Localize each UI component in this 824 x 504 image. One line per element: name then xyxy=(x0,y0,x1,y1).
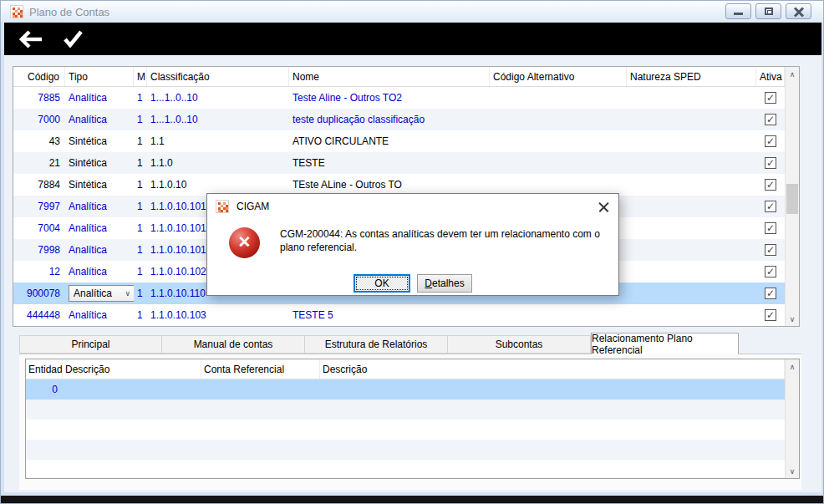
checkmark-icon: ✓ xyxy=(766,201,775,211)
cell-codigo: 21 xyxy=(13,157,65,169)
table-row[interactable]: 43Sintética11.1ATIVO CIRCULANTE✓ xyxy=(13,130,785,152)
cigam-dialog-icon xyxy=(216,200,229,213)
ativa-checkbox[interactable]: ✓ xyxy=(765,114,776,125)
bottom-black-strip xyxy=(1,496,823,504)
empty-row[interactable] xyxy=(26,420,785,440)
cell-tipo: Analítica∨ xyxy=(65,285,134,302)
table-row[interactable]: 7885Analítica11...1..0..10Teste Aline - … xyxy=(13,87,785,109)
left-arrow-icon xyxy=(18,29,43,49)
column-header-ativa[interactable]: Ativa xyxy=(756,67,785,86)
window-titlebar: Plano de Contas xyxy=(1,1,823,23)
column-header-descricao[interactable]: Descrição xyxy=(63,359,201,379)
ativa-checkbox[interactable]: ✓ xyxy=(765,266,776,277)
ativa-checkbox[interactable]: ✓ xyxy=(765,135,776,147)
cell-ativa: ✓ xyxy=(756,222,785,234)
error-dialog: CIGAM ✕ CGM-200044: As contas analíticas… xyxy=(206,193,619,296)
column-header-codigo_alternativo[interactable]: Código Alternativo xyxy=(490,67,627,86)
empty-row[interactable] xyxy=(26,440,785,460)
checkmark-icon: ✓ xyxy=(766,288,775,298)
tab-manual-de-contas[interactable]: Manual de contas xyxy=(162,335,305,354)
column-header-natureza_sped[interactable]: Natureza SPED xyxy=(627,67,756,86)
cell-tipo: Analítica xyxy=(65,309,134,321)
table-row[interactable]: 0 xyxy=(26,379,785,400)
ok-button[interactable]: OK xyxy=(354,274,410,293)
confirm-button[interactable] xyxy=(58,26,88,53)
chevron-down-icon: ∨ xyxy=(125,289,130,298)
cell-m: 1 xyxy=(134,157,147,169)
tab-strip: PrincipalManual de contasEstrutura de Re… xyxy=(19,335,739,354)
ativa-checkbox[interactable]: ✓ xyxy=(765,157,776,169)
cell-nome: ATIVO CIRCULANTE xyxy=(289,135,490,147)
scroll-up-icon[interactable]: ∧ xyxy=(786,67,799,81)
tab-relacionamento-plano-referencial[interactable]: Relacionamento Plano Referencial xyxy=(591,333,739,354)
column-header-nome[interactable]: Nome xyxy=(289,67,490,86)
cell-ativa: ✓ xyxy=(756,288,785,299)
cell-tipo: Sintética xyxy=(65,135,134,147)
window-controls xyxy=(725,3,811,19)
cell-m: 1 xyxy=(134,244,147,256)
restore-button[interactable] xyxy=(755,3,781,19)
tab-principal[interactable]: Principal xyxy=(19,335,162,354)
scroll-down-icon[interactable]: ∨ xyxy=(786,312,799,326)
cell-classificacao: 1.1.0 xyxy=(147,157,289,169)
column-header-conta_referencial[interactable]: Conta Referencial xyxy=(201,359,320,379)
column-header-m[interactable]: M xyxy=(134,67,147,86)
cell-nome: TESTE xyxy=(289,157,490,169)
cell-nome: TESTE 5 xyxy=(289,309,490,321)
ativa-checkbox[interactable]: ✓ xyxy=(765,92,776,104)
ativa-checkbox[interactable]: ✓ xyxy=(765,201,776,212)
column-header-entidade[interactable]: Entidade xyxy=(26,359,63,379)
window-title: Plano de Contas xyxy=(29,6,109,18)
minimize-icon xyxy=(734,13,743,15)
referencial-grid-header: EntidadeDescriçãoConta ReferencialDescri… xyxy=(26,359,785,379)
cell-nome: teste duplicação classificação xyxy=(289,114,490,125)
cell-ativa: ✓ xyxy=(756,201,785,212)
empty-row[interactable] xyxy=(26,460,785,478)
column-header-classificacao[interactable]: Classificação xyxy=(147,67,289,86)
cell-m: 1 xyxy=(134,288,147,299)
accounts-grid-scrollbar[interactable]: ∧ ∨ xyxy=(785,67,799,326)
checkmark-icon: ✓ xyxy=(766,158,775,168)
cell-ativa: ✓ xyxy=(756,135,785,147)
column-header-descricao2[interactable]: Descrição xyxy=(320,359,785,379)
checkmark-icon: ✓ xyxy=(766,223,775,233)
close-button[interactable] xyxy=(786,3,811,19)
back-button[interactable] xyxy=(16,26,46,53)
cell-classificacao: 1...1..0..10 xyxy=(147,114,289,125)
scroll-up-icon[interactable]: ∧ xyxy=(786,359,799,374)
cell-nome: TEste ALine - Outros TO xyxy=(289,179,490,191)
ativa-checkbox[interactable]: ✓ xyxy=(765,288,776,299)
combo-value: Analítica xyxy=(74,288,112,299)
referencial-grid-scrollbar[interactable]: ∧ ∨ xyxy=(785,359,799,478)
cigam-app-icon xyxy=(10,5,23,18)
table-row[interactable]: 7000Analítica11...1..0..10teste duplicaç… xyxy=(13,109,785,130)
plano-de-contas-window: Plano de Contas CódigoTipoMClassificação… xyxy=(0,0,824,504)
ativa-checkbox[interactable]: ✓ xyxy=(765,309,776,321)
scroll-down-icon[interactable]: ∨ xyxy=(786,464,799,478)
table-row[interactable]: 21Sintética11.1.0TESTE✓ xyxy=(13,152,785,174)
ativa-checkbox[interactable]: ✓ xyxy=(765,179,776,191)
cell-entidade: 0 xyxy=(26,384,63,395)
table-row[interactable]: 444448Analítica11.1.0.10.103TESTE 5✓ xyxy=(13,304,785,326)
referencial-grid-rows: 0 xyxy=(26,379,785,478)
scrollbar-thumb[interactable] xyxy=(786,184,798,214)
cell-codigo: 12 xyxy=(13,266,65,277)
ativa-checkbox[interactable]: ✓ xyxy=(765,244,776,256)
cell-codigo: 7884 xyxy=(13,179,65,191)
column-header-codigo[interactable]: Código xyxy=(13,67,65,86)
empty-row[interactable] xyxy=(26,400,785,420)
column-header-tipo[interactable]: Tipo xyxy=(65,67,134,86)
tab-estrutura-de-relat-rios[interactable]: Estrutura de Relatórios xyxy=(305,335,448,354)
cell-tipo: Analítica xyxy=(65,92,134,104)
cell-ativa: ✓ xyxy=(756,309,785,321)
referencial-grid: EntidadeDescriçãoConta ReferencialDescri… xyxy=(25,359,800,479)
dialog-close-icon[interactable] xyxy=(598,201,609,212)
minimize-button[interactable] xyxy=(725,3,751,19)
ativa-checkbox[interactable]: ✓ xyxy=(765,222,776,234)
tab-subcontas[interactable]: Subcontas xyxy=(448,335,591,354)
cell-tipo: Analítica xyxy=(65,222,134,234)
dialog-buttons: OK Detalhes xyxy=(207,274,618,293)
checkmark-icon: ✓ xyxy=(766,245,775,255)
tipo-combobox[interactable]: Analítica∨ xyxy=(69,285,134,302)
detalhes-button[interactable]: Detalhes xyxy=(417,274,472,293)
